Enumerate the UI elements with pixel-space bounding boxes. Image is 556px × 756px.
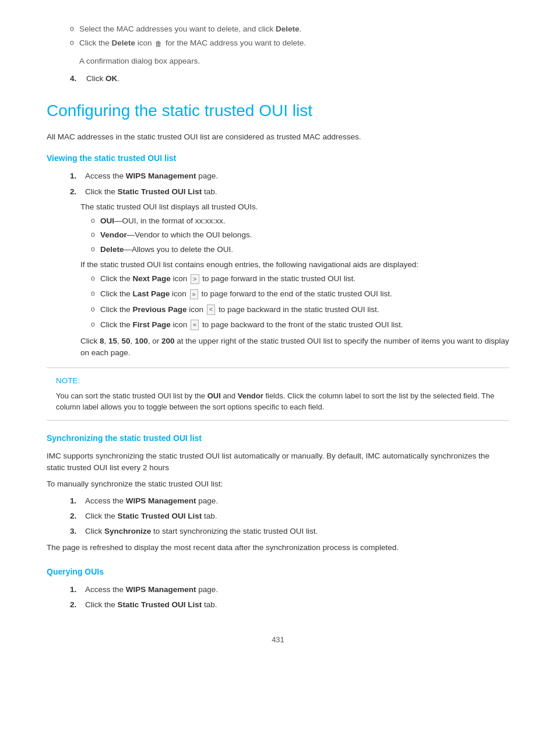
intro-bullet-1-bold: Delete bbox=[276, 24, 300, 33]
last-page-icon: » bbox=[190, 289, 198, 299]
query-step-2-num: 2. bbox=[70, 599, 80, 611]
query-step-2: 2. Click the Static Trusted OUI List tab… bbox=[70, 599, 509, 611]
click-50: 50 bbox=[122, 337, 131, 345]
next-page-label: Next Page bbox=[133, 274, 171, 283]
sync-step-1-num: 1. bbox=[70, 495, 80, 507]
nav-last-page: Click the Last Page icon » to page forwa… bbox=[91, 288, 509, 300]
nav-next-page: Click the Next Page icon > to page forwa… bbox=[91, 273, 509, 285]
synchronizing-intro: IMC supports synchronizing the static tr… bbox=[47, 450, 509, 474]
intro-bullet-2-text: Click the Delete icon 🗑 for the MAC addr… bbox=[79, 38, 306, 47]
click-15: 15 bbox=[108, 337, 117, 345]
confirmation-line: A confirmation dialog box appears. bbox=[47, 55, 509, 67]
sync-step-2: 2. Click the Static Trusted OUI List tab… bbox=[70, 510, 509, 522]
confirmation-text: A confirmation dialog box appears. bbox=[79, 57, 200, 65]
intro-bullet-2-bold: Delete bbox=[112, 38, 136, 47]
query-step-1-bold: WIPS Management bbox=[126, 585, 196, 594]
query-step-1: 1. Access the WIPS Management page. bbox=[70, 584, 509, 596]
viewing-step-1: 1. Access the WIPS Management page. bbox=[70, 170, 509, 182]
step-4-ok: OK bbox=[105, 74, 117, 83]
viewing-step-2-bold: Static Trusted OUI List bbox=[118, 187, 202, 196]
nav-first-page: Click the First Page icon « to page back… bbox=[91, 319, 509, 331]
viewing-list-items: OUI—OUI, in the format of xx:xx:xx. Vend… bbox=[47, 215, 509, 256]
click-100: 100 bbox=[135, 337, 148, 345]
sync-step-2-num: 2. bbox=[70, 510, 80, 522]
viewing-step-1-text: Access the WIPS Management page. bbox=[85, 170, 218, 182]
click-8: 8 bbox=[100, 337, 104, 345]
note-text: You can sort the static trusted OUI list… bbox=[56, 390, 500, 413]
configuring-intro: All MAC addresses in the static trusted … bbox=[47, 131, 509, 143]
sync-step-3-text: Click Synchronize to start synchronizing… bbox=[85, 526, 318, 537]
sync-step-2-text: Click the Static Trusted OUI List tab. bbox=[85, 510, 217, 522]
note-box: NOTE: You can sort the static trusted OU… bbox=[47, 368, 509, 421]
viewing-delete-bold: Delete bbox=[100, 245, 124, 254]
sync-step-3-num: 3. bbox=[70, 526, 80, 537]
viewing-list-oui: OUI—OUI, in the format of xx:xx:xx. bbox=[91, 215, 509, 227]
last-page-label: Last Page bbox=[133, 289, 170, 298]
next-page-icon: > bbox=[191, 274, 199, 284]
nav-previous-page: Click the Previous Page icon < to page b… bbox=[91, 304, 509, 316]
click-numbers-text: Click 8, 15, 50, 100, or 200 at the uppe… bbox=[47, 335, 509, 359]
viewing-step-2-text: Click the Static Trusted OUI List tab. bbox=[85, 186, 217, 198]
viewing-list-vendor: Vendor—Vendor to which the OUI belongs. bbox=[91, 229, 509, 241]
step-4: 4. Click OK. bbox=[47, 73, 509, 85]
query-step-2-bold: Static Trusted OUI List bbox=[118, 600, 202, 609]
intro-bullet-1-text: Select the MAC addresses you want to del… bbox=[79, 24, 301, 33]
viewing-step-2: 2. Click the Static Trusted OUI List tab… bbox=[70, 186, 509, 198]
intro-bullet-2: Click the Delete icon 🗑 for the MAC addr… bbox=[70, 37, 509, 49]
previous-page-icon: < bbox=[207, 304, 215, 314]
querying-heading: Querying OUIs bbox=[47, 566, 509, 578]
click-200: 200 bbox=[161, 337, 175, 345]
first-page-icon: « bbox=[191, 320, 199, 330]
sync-step-1: 1. Access the WIPS Management page. bbox=[70, 495, 509, 507]
delete-icon: 🗑 bbox=[155, 38, 162, 49]
viewing-step-1-num: 1. bbox=[70, 170, 80, 182]
query-step-2-text: Click the Static Trusted OUI List tab. bbox=[85, 599, 217, 611]
viewing-step-1-bold: WIPS Management bbox=[126, 172, 196, 180]
synchronizing-steps: 1. Access the WIPS Management page. 2. C… bbox=[47, 495, 509, 538]
manual-intro: To manually synchronize the static trust… bbox=[47, 478, 509, 490]
first-page-label: First Page bbox=[133, 320, 171, 329]
nav-intro: If the static trusted OUI list contains … bbox=[47, 259, 509, 271]
configuring-heading: Configuring the static trusted OUI list bbox=[47, 99, 509, 123]
viewing-step-2-num: 2. bbox=[70, 186, 80, 198]
query-step-1-num: 1. bbox=[70, 584, 80, 596]
sync-step-3: 3. Click Synchronize to start synchroniz… bbox=[70, 526, 509, 537]
sync-step-1-text: Access the WIPS Management page. bbox=[85, 495, 218, 507]
note-oui-bold: OUI bbox=[207, 391, 221, 400]
sync-after-steps: The page is refreshed to display the mos… bbox=[47, 542, 509, 554]
sync-step-3-bold: Synchronize bbox=[104, 527, 151, 536]
step-4-num: 4. bbox=[70, 73, 82, 85]
viewing-after-step2: The static trusted OUI list displays all… bbox=[47, 201, 509, 213]
page-number: 431 bbox=[47, 634, 509, 646]
note-vendor-bold: Vendor bbox=[238, 391, 263, 400]
sync-step-1-bold: WIPS Management bbox=[126, 496, 196, 505]
viewing-steps: 1. Access the WIPS Management page. 2. C… bbox=[47, 170, 509, 198]
intro-bullets-list: Select the MAC addresses you want to del… bbox=[47, 23, 509, 50]
query-step-1-text: Access the WIPS Management page. bbox=[85, 584, 218, 596]
viewing-list-delete: Delete—Allows you to delete the OUI. bbox=[91, 244, 509, 256]
viewing-heading: Viewing the static trusted OUI list bbox=[47, 152, 509, 164]
step-4-text: Click OK. bbox=[86, 73, 119, 85]
synchronizing-heading: Synchronizing the static trusted OUI lis… bbox=[47, 432, 509, 444]
intro-bullet-1: Select the MAC addresses you want to del… bbox=[70, 23, 509, 35]
previous-page-label: Previous Page bbox=[133, 305, 187, 314]
viewing-oui-bold: OUI bbox=[100, 216, 114, 225]
nav-items-list: Click the Next Page icon > to page forwa… bbox=[47, 273, 509, 331]
sync-step-2-bold: Static Trusted OUI List bbox=[118, 512, 202, 520]
querying-steps: 1. Access the WIPS Management page. 2. C… bbox=[47, 584, 509, 611]
note-label: NOTE: bbox=[56, 375, 500, 387]
viewing-vendor-bold: Vendor bbox=[100, 230, 127, 239]
page-content: Select the MAC addresses you want to del… bbox=[47, 23, 509, 646]
